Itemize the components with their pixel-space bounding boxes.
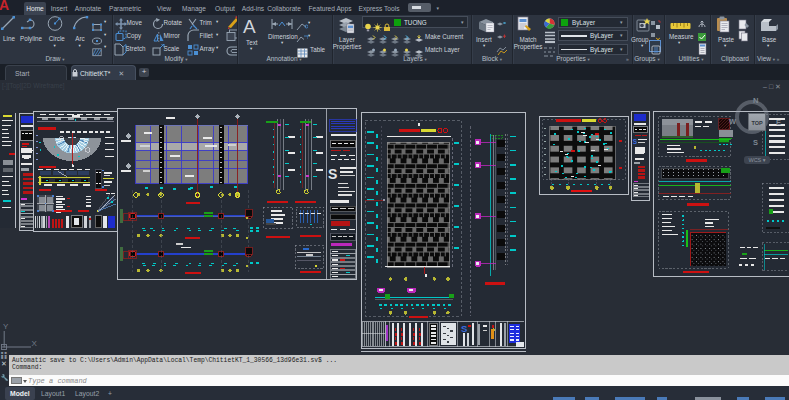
svg-text:Y: Y (3, 322, 9, 331)
svg-text:S: S (328, 166, 337, 182)
svg-text:X: X (32, 339, 38, 348)
svg-text:S: S (633, 138, 638, 145)
svg-text:S: S (461, 323, 467, 334)
